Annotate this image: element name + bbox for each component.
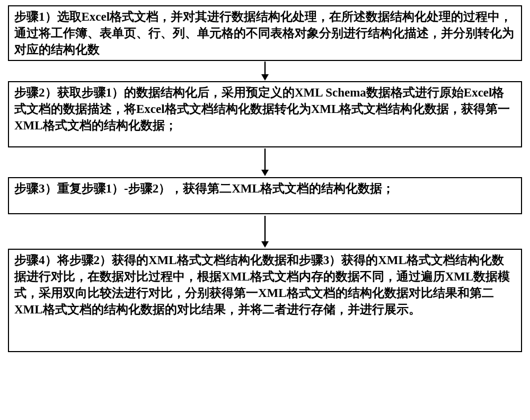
step-1-text: 步骤1）选取Excel格式文档，并对其进行数据结构化处理，在所述数据结构化处理的…	[14, 10, 514, 56]
arrow-1-to-2	[257, 61, 273, 81]
step-2-text: 步骤2）获取步骤1）的数据结构化后，采用预定义的XML Schema数据格式进行…	[14, 86, 510, 132]
flowchart-step-3: 步骤3）重复步骤1）-步骤2），获得第二XML格式文档的结构化数据；	[8, 177, 522, 214]
svg-marker-1	[261, 74, 269, 81]
step-3-text: 步骤3）重复步骤1）-步骤2），获得第二XML格式文档的结构化数据；	[14, 182, 394, 195]
step-4-text: 步骤4）将步骤2）获得的XML格式文档结构化数据和步骤3）获得的XML格式文档结…	[14, 253, 510, 316]
arrow-3-to-4	[257, 214, 273, 249]
flowchart-step-4: 步骤4）将步骤2）获得的XML格式文档结构化数据和步骤3）获得的XML格式文档结…	[8, 249, 522, 352]
arrow-2-to-3	[257, 147, 273, 177]
svg-marker-3	[261, 170, 269, 176]
flowchart-step-2: 步骤2）获取步骤1）的数据结构化后，采用预定义的XML Schema数据格式进行…	[8, 81, 522, 147]
svg-marker-5	[261, 241, 269, 248]
flowchart-step-1: 步骤1）选取Excel格式文档，并对其进行数据结构化处理，在所述数据结构化处理的…	[8, 5, 522, 61]
